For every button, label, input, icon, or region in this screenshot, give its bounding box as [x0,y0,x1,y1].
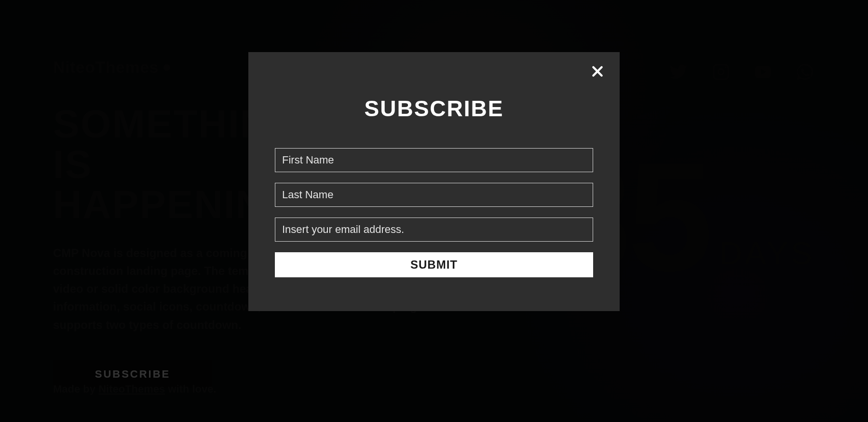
close-icon[interactable] [589,63,606,80]
subscribe-modal: SUBSCRIBE SUBMIT [248,52,620,311]
email-input[interactable] [275,218,593,242]
modal-title: SUBSCRIBE [275,95,593,122]
first-name-input[interactable] [275,148,593,172]
submit-button[interactable]: SUBMIT [275,252,593,277]
last-name-input[interactable] [275,183,593,207]
